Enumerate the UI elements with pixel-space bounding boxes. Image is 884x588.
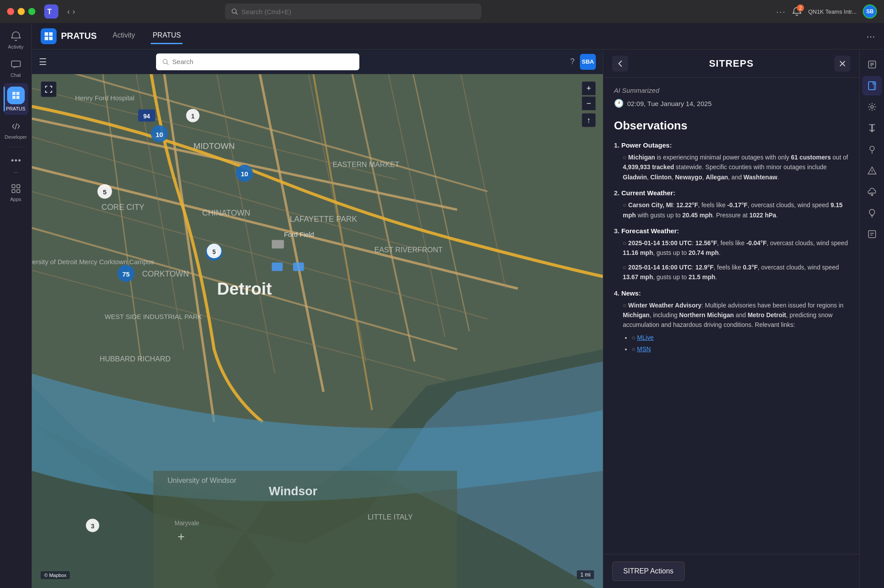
nav-forward[interactable]: › [72,7,75,16]
svg-rect-88 [869,231,876,238]
tl-green[interactable] [28,8,35,15]
teams-sidebar: Activity Chat PRATUS [0,23,32,588]
svg-text:10: 10 [241,170,248,178]
svg-text:Maryvale: Maryvale [175,520,199,527]
svg-point-5 [11,159,13,162]
nav-back[interactable]: ‹ [67,7,70,16]
svg-text:10: 10 [156,131,163,138]
svg-text:3: 3 [91,523,95,530]
more-options-icon[interactable]: ··· [776,7,786,17]
timestamp-label: 02:09, Tue January 14, 2025 [627,100,712,107]
tl-yellow[interactable] [18,8,25,15]
tab-pratus[interactable]: PRATUS [151,28,183,44]
notif-count: 2 [797,4,804,11]
sidebar-item-activity[interactable]: Activity [4,27,28,53]
activity-label: Activity [8,44,23,49]
tab-activity[interactable]: Activity [111,28,137,44]
app-name-label: QN1K Teams Intr... [808,8,857,15]
svg-text:Henry Ford Hospital: Henry Ford Hospital [75,94,134,102]
apps-icon [10,182,22,195]
svg-rect-9 [17,185,20,188]
rs-bulb-item[interactable] [862,203,882,223]
svg-text:LITTLE ITALY: LITTLE ITALY [368,513,413,521]
svg-text:5: 5 [213,249,216,255]
expand-icon[interactable] [41,81,57,97]
svg-text:MIDTOWN: MIDTOWN [194,141,235,151]
rs-document-item[interactable] [862,76,882,95]
link-mlive[interactable]: MLive [632,333,849,342]
notes-icon [867,60,877,69]
svg-text:EAST RIVERFRONT: EAST RIVERFRONT [374,246,443,254]
timestamp-row: 🕐 02:09, Tue January 14, 2025 [614,99,849,108]
obs-3-title: 3. Forecast Weather: [614,227,679,235]
pratus-logo-icon [41,28,57,44]
teams-app-icon: T [44,4,58,19]
activity-icon [10,30,22,42]
svg-text:WEST SIDE INDUSTRIAL PARK: WEST SIDE INDUSTRIAL PARK [105,313,202,320]
sitrep-actions-button[interactable]: SITREP Actions [612,561,685,581]
os-search-input[interactable] [242,8,476,15]
pratus-brand: PRATUS [41,28,97,44]
obs-3-sub-2: 2025-01-14 16:00 UTC: 12.9°F, feels like… [623,262,849,282]
user-avatar[interactable]: SB [863,4,877,19]
sitrep-title: SITREPS [628,58,834,69]
compass-button[interactable]: ↑ [582,113,596,127]
help-icon[interactable]: ? [570,57,575,66]
sitrep-back-button[interactable] [612,56,628,72]
book-icon [867,123,877,133]
apps-label: Apps [10,197,21,202]
svg-text:5: 5 [103,188,107,196]
observations-list: 1. Power Outages: Michigan is experienci… [614,141,849,354]
svg-text:CORE CITY: CORE CITY [102,203,145,212]
obs-2-subitems: Carson City, MI: 12.22°F, feels like -0.… [614,200,849,220]
notification-bell[interactable]: 2 [792,7,802,16]
brand-name: PRATUS [61,31,97,41]
sidebar-item-chat[interactable]: Chat [4,55,28,81]
document-icon [867,81,877,91]
cloud-icon [867,187,877,197]
map-search-bar[interactable] [156,53,359,70]
svg-text:Detroit: Detroit [217,279,272,298]
sidebar-item-pratus[interactable]: PRATUS [4,83,28,115]
obs-4-subitems: Winter Weather Advisory: Multiple adviso… [614,300,849,354]
tab-more-options[interactable]: ··· [866,30,875,42]
map-container: ☰ ? SBA [32,49,603,588]
clock-icon: 🕐 [614,99,624,108]
map-background[interactable]: Detroit Windsor MIDTOWN CORE CITY CHINAT… [32,74,603,588]
teams-tabbar: PRATUS Activity PRATUS ··· [32,23,884,49]
sitrep-body: AI Summarized 🕐 02:09, Tue January 14, 2… [603,78,859,554]
app-container: Activity Chat PRATUS [0,23,884,588]
zoom-in-button[interactable]: + [582,81,596,95]
sitrep-close-button[interactable] [834,56,850,72]
svg-text:T: T [47,8,52,15]
obs-4-title: 4. News: [614,289,641,297]
sidebar-item-apps[interactable]: Apps [4,179,28,205]
zoom-out-button[interactable]: − [582,96,596,110]
map-controls: + − ↑ [582,81,596,127]
rs-settings-item[interactable] [862,97,882,117]
rs-alert-item[interactable] [862,161,882,180]
map-expand-button[interactable] [41,81,57,97]
link-msn[interactable]: MSN [632,344,849,354]
map-search-input[interactable] [172,58,353,65]
rs-notes-item[interactable] [862,55,882,74]
svg-text:CHINATOWN: CHINATOWN [202,209,250,217]
os-search-bar[interactable] [225,4,481,19]
map-scale: 1 mi [577,570,594,579]
hamburger-icon[interactable]: ☰ [39,57,47,67]
rs-cloud-item[interactable] [862,182,882,201]
sidebar-item-more[interactable]: ... [4,151,28,177]
search-icon [231,8,238,15]
close-icon [838,60,846,68]
ai-summarized-label: AI Summarized [614,87,849,94]
svg-text:94: 94 [143,113,150,120]
sidebar-item-developer[interactable]: Developer [4,117,28,143]
more-icon [10,154,22,167]
tl-red[interactable] [7,8,14,15]
mapbox-logo: © Mapbox [41,571,70,579]
svg-point-1 [232,9,236,13]
rs-pin-item[interactable] [862,140,882,159]
rs-doc2-item[interactable] [862,224,882,244]
rs-book-item[interactable] [862,118,882,138]
map-search-icon [162,58,169,65]
